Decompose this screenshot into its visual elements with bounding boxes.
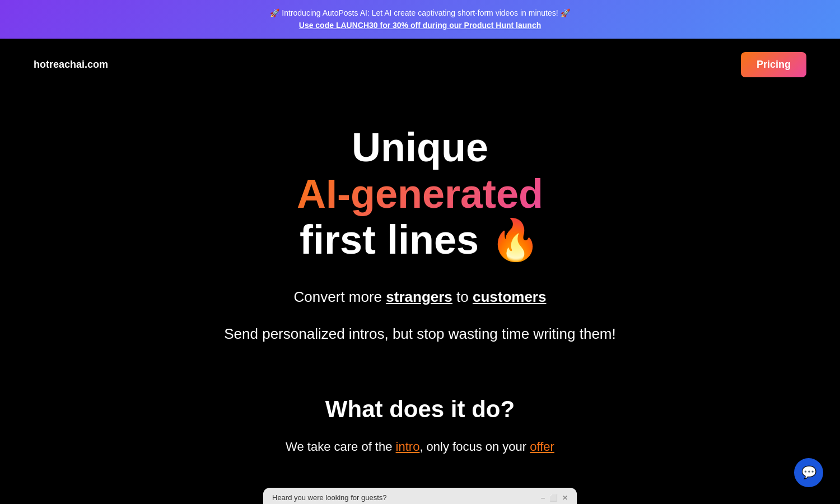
pricing-button[interactable]: Pricing [741,52,806,77]
hero-section: Unique AI-generated first lines 🔥 Conver… [0,91,840,368]
what-title: What does it do? [11,396,829,423]
maximize-icon[interactable]: ⬜ [549,494,558,502]
subtitle2-mid: intros, but [345,325,417,342]
logo: hotreachai.com [34,59,108,71]
email-subject-titlebar: Heard you were looking for guests? [272,493,387,502]
subtitle2-word2: stop [417,325,444,342]
chat-icon: 💬 [801,465,816,480]
banner-text: 🚀 Introducing AutoPosts AI: Let AI creat… [11,7,829,19]
email-mockup-wrapper: Heard you were looking for guests? – ⬜ ✕… [0,488,840,504]
hero-line2: AI-generated [297,171,543,216]
hero-heading: Unique AI-generated first lines 🔥 [11,124,829,263]
subtitle1-pre: Convert more [294,288,386,305]
subtitle1-word1: strangers [386,288,452,305]
what-desc-pre: We take care of the [286,440,395,454]
subtitle2-pre: Send [224,325,262,342]
hero-line1: Unique [352,125,488,170]
banner-link[interactable]: Use code LAUNCH30 for 30% off during our… [299,21,541,30]
chat-bubble[interactable]: 💬 [794,458,823,487]
what-desc: We take care of the intro, only focus on… [11,440,829,454]
what-section: What does it do? We take care of the int… [0,368,840,465]
email-titlebar: Heard you were looking for guests? – ⬜ ✕ [263,488,577,504]
subtitle1-mid: to [452,288,473,305]
minimize-icon[interactable]: – [541,494,545,502]
header: hotreachai.com Pricing [0,39,840,91]
offer-link[interactable]: offer [530,440,554,454]
titlebar-controls: – ⬜ ✕ [541,494,568,502]
subtitle2-word1: personalized [262,325,344,342]
subtitle1-word2: customers [473,288,547,305]
intro-link[interactable]: intro [396,440,420,454]
what-desc-mid: , only focus on your [419,440,530,454]
hero-subtitle1: Convert more strangers to customers [11,286,829,309]
email-mockup: Heard you were looking for guests? – ⬜ ✕… [263,488,577,504]
hero-line3: first lines 🔥 [300,217,540,262]
subtitle2-post: wasting time writing them! [444,325,615,342]
top-banner: 🚀 Introducing AutoPosts AI: Let AI creat… [0,0,840,39]
close-icon[interactable]: ✕ [562,494,568,502]
hero-subtitle2: Send personalized intros, but stop wasti… [11,323,829,346]
